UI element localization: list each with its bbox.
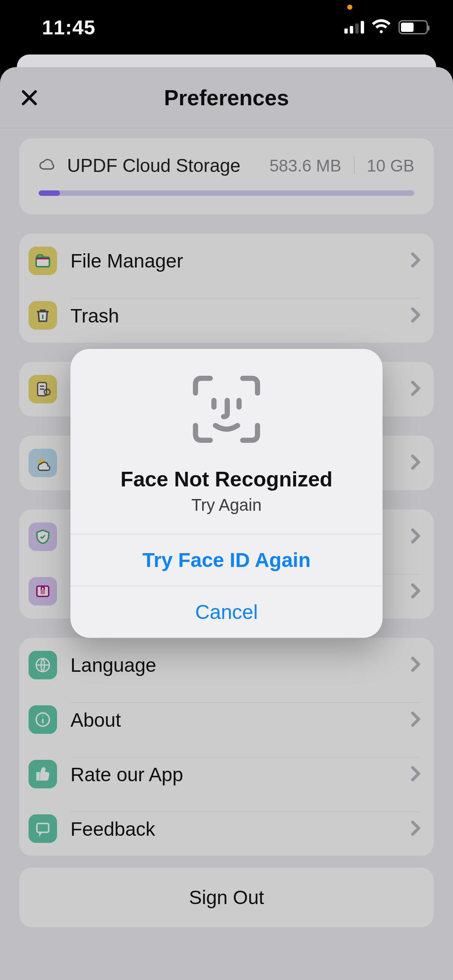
- sheet-header: Preferences: [0, 67, 453, 128]
- chevron-right-icon: [411, 712, 420, 728]
- dialog-subtitle: Try Again: [191, 496, 261, 515]
- weather-icon: [29, 449, 57, 477]
- settings-group: LanguageAboutRate our AppFeedback: [19, 638, 434, 856]
- settings-row-language[interactable]: Language: [19, 638, 434, 692]
- settings-row-file-manager[interactable]: File Manager: [19, 234, 434, 288]
- chat-icon: [29, 814, 57, 843]
- status-indicators: [344, 19, 428, 36]
- cloud-total-text: 10 GB: [367, 156, 414, 175]
- thumb-icon: [29, 760, 57, 788]
- svg-rect-5: [41, 590, 45, 595]
- trash-icon: [29, 301, 57, 330]
- settings-group: File ManagerTrash: [19, 234, 434, 343]
- chevron-right-icon: [411, 766, 420, 783]
- globe-icon: [29, 651, 57, 679]
- cloud-storage-label: UPDF Cloud Storage: [67, 155, 269, 176]
- cancel-button[interactable]: Cancel: [70, 586, 383, 638]
- lockdoc-icon: [29, 577, 57, 606]
- settings-row-label: File Manager: [70, 250, 411, 272]
- chevron-right-icon: [411, 455, 420, 471]
- sign-out-label: Sign Out: [38, 886, 415, 909]
- chevron-right-icon: [411, 252, 420, 269]
- cloud-used-text: 583.6 MB: [269, 156, 341, 175]
- chevron-right-icon: [411, 307, 420, 324]
- dialog-title: Face Not Recognized: [120, 467, 333, 491]
- faceid-dialog: Face Not Recognized Try Again Try Face I…: [70, 349, 383, 638]
- settings-row-feedback[interactable]: Feedback: [19, 801, 434, 856]
- faceid-icon: [190, 372, 263, 448]
- cloud-storage-progress: [39, 190, 414, 196]
- settings-row-label: About: [70, 709, 411, 731]
- divider: [354, 156, 354, 175]
- settings-row-trash[interactable]: Trash: [19, 288, 434, 343]
- cloud-storage-card[interactable]: UPDF Cloud Storage 583.6 MB 10 GB: [19, 138, 434, 214]
- shield-icon: [29, 522, 57, 551]
- chevron-right-icon: [411, 381, 420, 398]
- recording-indicator-dot: [347, 5, 352, 10]
- close-button[interactable]: [18, 86, 41, 109]
- cloud-icon: [39, 158, 55, 174]
- settings-row-label: Language: [70, 654, 411, 676]
- cellular-signal-icon: [344, 21, 364, 34]
- wifi-icon: [372, 19, 391, 36]
- info-icon: [29, 705, 57, 734]
- status-bar: 11:45: [0, 0, 453, 55]
- svg-rect-8: [37, 824, 49, 832]
- chevron-right-icon: [411, 583, 420, 600]
- folder-icon: [29, 247, 57, 275]
- battery-icon: [398, 20, 428, 34]
- chevron-right-icon: [411, 821, 420, 837]
- try-faceid-again-button[interactable]: Try Face ID Again: [70, 534, 383, 586]
- settings-row-label: Rate our App: [70, 763, 411, 786]
- sign-out-button[interactable]: Sign Out: [19, 868, 434, 927]
- status-time: 11:45: [42, 16, 96, 39]
- chevron-right-icon: [411, 657, 420, 673]
- cloud-storage-usage: 583.6 MB 10 GB: [269, 156, 414, 175]
- settings-row-rate[interactable]: Rate our App: [19, 747, 434, 801]
- settings-row-label: Feedback: [70, 818, 411, 840]
- settings-row-about[interactable]: About: [19, 692, 434, 747]
- page-title: Preferences: [164, 85, 289, 110]
- doc-icon: [29, 375, 57, 403]
- settings-row-label: Trash: [70, 304, 411, 327]
- chevron-right-icon: [411, 528, 420, 545]
